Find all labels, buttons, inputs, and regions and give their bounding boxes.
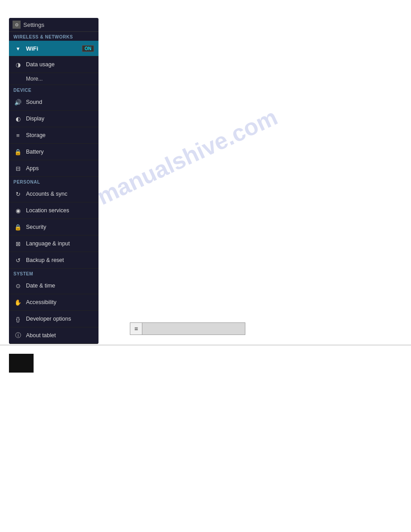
about-icon: ⓘ: [13, 331, 22, 340]
data-usage-icon: ◑: [13, 60, 22, 69]
menu-item-security[interactable]: 🔒 Security: [9, 219, 98, 236]
menu-item-developer[interactable]: {} Developer options: [9, 311, 98, 327]
menu-item-language[interactable]: ⊠ Language & input: [9, 236, 98, 252]
language-icon: ⊠: [13, 239, 22, 248]
menu-item-about[interactable]: ⓘ About tablet: [9, 327, 98, 344]
apps-icon: ⊟: [13, 164, 22, 173]
menu-item-backup[interactable]: ↺ Backup & reset: [9, 252, 98, 269]
section-device: DEVICE: [9, 85, 98, 94]
storage-label: Storage: [26, 132, 46, 138]
battery-icon: 🔒: [13, 147, 22, 156]
settings-icon: ⚙: [13, 21, 21, 29]
search-bar-area: ≡: [130, 322, 245, 335]
security-label: Security: [26, 224, 46, 230]
menu-item-datetime[interactable]: ⊙ Date & time: [9, 278, 98, 294]
developer-label: Developer options: [26, 316, 71, 322]
settings-panel: ⚙ Settings WIRELESS & NETWORKS ▾ WiFi ON…: [9, 18, 98, 344]
menu-item-accounts-sync[interactable]: ↻ Accounts & sync: [9, 186, 98, 202]
watermark: manualshive.com: [93, 103, 282, 210]
menu-item-wifi[interactable]: ▾ WiFi ON: [9, 41, 98, 56]
datetime-label: Date & time: [26, 283, 55, 289]
wifi-toggle[interactable]: ON: [82, 45, 94, 52]
section-wireless: WIRELESS & NETWORKS: [9, 32, 98, 41]
display-label: Display: [26, 116, 44, 122]
backup-label: Backup & reset: [26, 257, 64, 263]
bottom-divider: [0, 345, 411, 345]
settings-title: Settings: [23, 21, 44, 28]
datetime-icon: ⊙: [13, 281, 22, 290]
menu-item-more[interactable]: More...: [9, 73, 98, 85]
menu-item-display[interactable]: ◐ Display: [9, 111, 98, 127]
menu-item-storage[interactable]: ≡ Storage: [9, 127, 98, 144]
menu-item-apps[interactable]: ⊟ Apps: [9, 160, 98, 177]
developer-icon: {}: [13, 314, 22, 323]
language-label: Language & input: [26, 240, 70, 247]
search-input[interactable]: [142, 322, 245, 335]
sound-label: Sound: [26, 99, 42, 105]
menu-item-battery[interactable]: 🔒 Battery: [9, 144, 98, 160]
apps-label: Apps: [26, 165, 39, 172]
section-personal: PERSONAL: [9, 177, 98, 186]
location-label: Location services: [26, 207, 69, 214]
menu-item-data-usage[interactable]: ◑ Data usage: [9, 56, 98, 73]
section-system: SYSTEM: [9, 269, 98, 278]
location-icon: ◉: [13, 206, 22, 215]
accounts-sync-label: Accounts & sync: [26, 191, 67, 197]
accessibility-label: Accessibility: [26, 299, 56, 305]
wifi-label: WiFi: [26, 45, 82, 52]
storage-icon: ≡: [13, 131, 22, 140]
display-icon: ◐: [13, 114, 22, 123]
black-rectangle: [9, 354, 34, 373]
security-icon: 🔒: [13, 223, 22, 232]
accessibility-icon: ✋: [13, 298, 22, 307]
search-icon-box: ≡: [130, 322, 142, 335]
about-label: About tablet: [26, 332, 56, 339]
menu-item-sound[interactable]: 🔊 Sound: [9, 94, 98, 111]
battery-label: Battery: [26, 149, 44, 155]
sound-icon: 🔊: [13, 98, 22, 107]
accounts-sync-icon: ↻: [13, 189, 22, 198]
wifi-icon: ▾: [13, 44, 22, 53]
menu-item-accessibility[interactable]: ✋ Accessibility: [9, 294, 98, 311]
menu-item-location[interactable]: ◉ Location services: [9, 202, 98, 219]
backup-icon: ↺: [13, 256, 22, 265]
settings-titlebar: ⚙ Settings: [9, 18, 98, 32]
data-usage-label: Data usage: [26, 61, 55, 68]
